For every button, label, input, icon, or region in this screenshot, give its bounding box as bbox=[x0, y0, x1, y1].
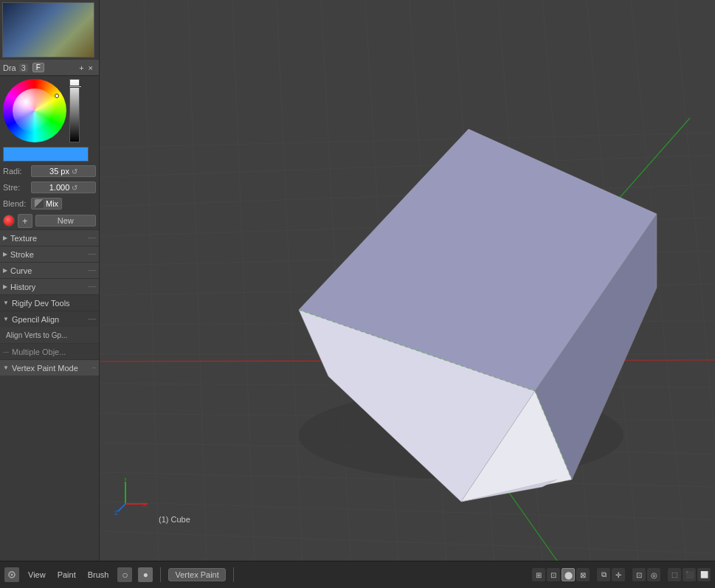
extra-icon-2[interactable]: ⬛ bbox=[683, 568, 696, 581]
brush-menu[interactable]: Brush bbox=[85, 569, 112, 581]
brush-f-button[interactable]: F bbox=[32, 63, 44, 72]
svg-text:X: X bbox=[142, 501, 147, 508]
bottom-bar: View Paint Brush ○ ● Vertex Paint ⊞ ⊡ ⬤ … bbox=[0, 561, 715, 588]
rigify-section-header[interactable]: ▼ Rigify Dev Tools bbox=[0, 294, 99, 311]
extra-icon-3[interactable]: ⬜ bbox=[697, 568, 711, 581]
brush-close-button[interactable]: × bbox=[89, 63, 93, 72]
brightness-handle[interactable] bbox=[69, 86, 82, 88]
brush-circle-icon[interactable]: ○ bbox=[117, 567, 132, 582]
paint-menu[interactable]: Paint bbox=[55, 569, 79, 581]
overlay-icon[interactable]: ⧉ bbox=[597, 568, 610, 581]
history-dots: ···· bbox=[88, 283, 96, 291]
multiple-objects-label: Multiple Obje... bbox=[12, 347, 66, 356]
brush-thumbnail bbox=[2, 2, 94, 58]
multiple-objects-arrow-icon: — bbox=[3, 348, 9, 355]
radius-value[interactable]: 35 px ↺ bbox=[31, 165, 96, 177]
view-menu[interactable]: View bbox=[25, 569, 49, 581]
color-wheel-container[interactable] bbox=[3, 79, 66, 142]
brush-header: Dra 3 F + × bbox=[0, 60, 99, 76]
viewport-grid bbox=[100, 0, 715, 561]
curve-section-header[interactable]: ▶ Curve ···· bbox=[0, 262, 99, 278]
viewport[interactable]: X Y Z (1) Cube bbox=[100, 0, 715, 561]
object-name: (1) Cube bbox=[159, 515, 190, 524]
color-wheel[interactable] bbox=[3, 79, 66, 142]
brush-number: 3 bbox=[19, 63, 28, 72]
texture-section-header[interactable]: ▶ Texture ···· bbox=[0, 229, 99, 246]
vertex-paint-arrow-icon: ▼ bbox=[3, 364, 9, 371]
separator-1 bbox=[160, 567, 161, 582]
new-row: + New bbox=[0, 212, 99, 229]
curve-dots: ···· bbox=[88, 266, 96, 274]
new-button[interactable]: New bbox=[35, 215, 96, 226]
svg-text:Z: Z bbox=[114, 509, 119, 515]
vertex-paint-dots: ·· bbox=[91, 364, 96, 372]
gpencil-section-header[interactable]: ▼ Gpencil Align ···· bbox=[0, 311, 99, 327]
stroke-dots: ···· bbox=[88, 250, 96, 258]
stroke-label: Stroke bbox=[10, 250, 34, 259]
brightness-bar[interactable] bbox=[69, 79, 80, 142]
strength-row: Stre: 1.000 ↺ bbox=[0, 179, 99, 196]
vertex-paint-mode[interactable]: ▼ Vertex Paint Mode ·· bbox=[0, 359, 99, 376]
radius-label: Radi: bbox=[3, 167, 31, 176]
vertex-paint-mode-button[interactable]: Vertex Paint bbox=[168, 568, 225, 581]
stroke-section-header[interactable]: ▶ Stroke ···· bbox=[0, 246, 99, 262]
extra-icon-1[interactable]: ⬚ bbox=[668, 568, 681, 581]
brush-prefix: Dra bbox=[3, 63, 16, 72]
render-icon[interactable]: ⊞ bbox=[532, 568, 545, 581]
left-panel: Dra 3 F + × Radi: 35 px ↺ Stre: 1.000 ↺ bbox=[0, 0, 100, 561]
blend-value[interactable]: Mix bbox=[31, 198, 62, 210]
blend-row: Blend: Mix bbox=[0, 196, 99, 212]
curve-arrow-icon: ▶ bbox=[3, 267, 7, 274]
stroke-arrow-icon: ▶ bbox=[3, 251, 7, 257]
gizmo-icon[interactable]: ✛ bbox=[612, 568, 625, 581]
svg-point-46 bbox=[11, 574, 13, 576]
history-label: History bbox=[10, 283, 35, 291]
history-arrow-icon: ▶ bbox=[3, 283, 7, 290]
color-section bbox=[0, 76, 99, 145]
gpencil-label: Gpencil Align bbox=[12, 315, 59, 324]
curve-label: Curve bbox=[10, 266, 32, 275]
vertex-paint-label: Vertex Paint Mode bbox=[12, 364, 78, 373]
wireframe-icon[interactable]: ⊠ bbox=[576, 568, 590, 581]
texture-dots: ···· bbox=[88, 234, 96, 242]
brush-plus-button[interactable]: + bbox=[79, 63, 83, 72]
solid-icon[interactable]: ⬤ bbox=[562, 568, 575, 581]
strength-label: Stre: bbox=[3, 183, 31, 192]
blend-icon bbox=[35, 199, 44, 208]
svg-line-41 bbox=[118, 504, 125, 511]
axis-gizmo: X Y Z bbox=[114, 478, 151, 516]
separator-2 bbox=[233, 567, 234, 582]
radius-arrow[interactable]: ↺ bbox=[72, 167, 77, 176]
engine-icon[interactable] bbox=[4, 567, 19, 582]
color-wheel-handle[interactable] bbox=[55, 94, 59, 98]
brush-dot-icon[interactable]: ● bbox=[138, 567, 153, 582]
bottom-icons-group: ⊞ ⊡ ⬤ ⊠ ⧉ ✛ ⊡ ◎ ⬚ ⬛ ⬜ bbox=[532, 568, 711, 581]
blend-label: Blend: bbox=[3, 199, 31, 208]
texture-arrow-icon: ▶ bbox=[3, 235, 7, 241]
rigify-arrow-icon: ▼ bbox=[3, 300, 9, 306]
color-dot[interactable] bbox=[3, 215, 15, 226]
gpencil-arrow-icon: ▼ bbox=[3, 316, 9, 322]
gpencil-dots: ···· bbox=[88, 315, 96, 323]
gpencil-align-verts[interactable]: Align Verts to Gp... bbox=[0, 327, 99, 343]
snap-icon[interactable]: ⊡ bbox=[632, 568, 646, 581]
history-section-header[interactable]: ▶ History ···· bbox=[0, 278, 99, 294]
texture-label: Texture bbox=[10, 234, 37, 243]
add-button[interactable]: + bbox=[18, 214, 32, 228]
svg-text:Y: Y bbox=[123, 478, 128, 482]
radius-row: Radi: 35 px ↺ bbox=[0, 163, 99, 179]
strength-value[interactable]: 1.000 ↺ bbox=[31, 181, 96, 193]
proportional-icon[interactable]: ◎ bbox=[647, 568, 660, 581]
color-swatch[interactable] bbox=[3, 147, 89, 162]
material-icon[interactable]: ⊡ bbox=[547, 568, 560, 581]
strength-arrow[interactable]: ↺ bbox=[72, 184, 77, 192]
multiple-objects-header[interactable]: — Multiple Obje... bbox=[0, 343, 99, 359]
rigify-label: Rigify Dev Tools bbox=[12, 299, 70, 308]
